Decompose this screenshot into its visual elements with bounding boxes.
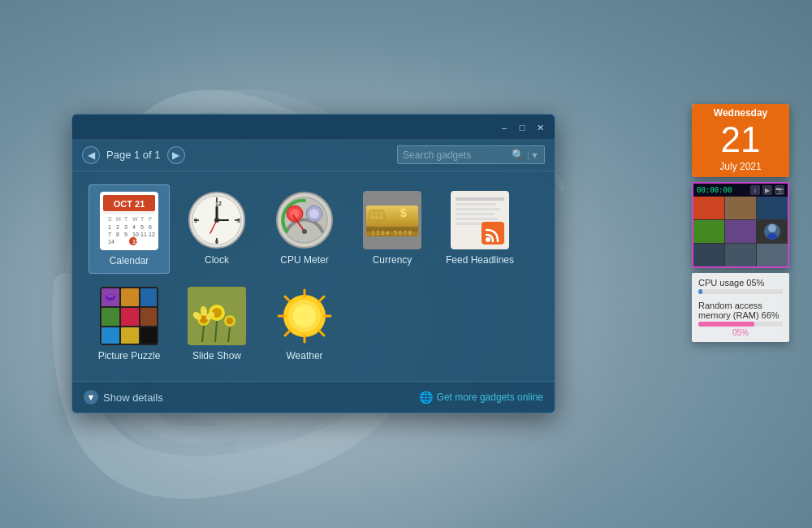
close-button[interactable]: ✕ — [533, 121, 546, 134]
svg-text:F: F — [149, 216, 152, 222]
svg-text:1234 5678: 1234 5678 — [371, 230, 412, 236]
ss-cell-5 — [725, 220, 756, 243]
search-box[interactable]: 🔍 ▼ — [397, 145, 545, 164]
minimize-button[interactable]: – — [498, 121, 511, 134]
svg-rect-62 — [456, 203, 496, 206]
gadget-label-currency: Currency — [373, 254, 412, 266]
window-toolbar: ◀ Page 1 of 1 ▶ 🔍 ▼ — [72, 139, 555, 171]
slideshow-widget[interactable]: 00:00:00 i ▶ 📷 — [692, 182, 789, 268]
svg-point-107 — [768, 224, 776, 232]
svg-rect-76 — [102, 327, 119, 344]
svg-text:4: 4 — [132, 224, 136, 230]
show-details-button[interactable]: ▼ Show details — [84, 390, 163, 405]
svg-rect-63 — [456, 208, 500, 210]
calendar-widget[interactable]: Wednesday 21 July 2021 — [692, 104, 789, 177]
svg-text:6: 6 — [215, 239, 218, 245]
window-footer: ▼ Show details 🌐 Get more gadgets online — [72, 381, 555, 413]
slideshow-controls: 00:00:00 i ▶ 📷 — [693, 184, 788, 197]
slideshow-grid — [693, 197, 788, 266]
svg-rect-64 — [456, 213, 495, 215]
gadget-icon-calendar: OCT 21 S M T W T F 1 2 3 4 5 6 — [100, 192, 158, 250]
show-details-label: Show details — [103, 392, 163, 404]
ram-bar-fill — [698, 322, 754, 327]
next-page-button[interactable]: ▶ — [167, 146, 185, 164]
gadget-icon-cpu-meter — [275, 191, 334, 249]
gadget-label-clock: Clock — [205, 254, 229, 266]
svg-rect-78 — [140, 327, 157, 344]
cpu-bar-fill — [698, 289, 702, 294]
gadget-label-feed-headlines: Feed Headlines — [446, 254, 514, 266]
svg-text:8: 8 — [116, 232, 119, 237]
gadget-label-cpu-meter: CPU Meter — [280, 254, 328, 266]
ss-cell-3 — [757, 197, 788, 219]
slideshow-timer: 00:00:00 — [697, 186, 747, 194]
calendar-day-name: Wednesday — [692, 104, 789, 120]
gadget-item-calendar[interactable]: OCT 21 S M T W T F 1 2 3 4 5 6 — [89, 184, 170, 274]
svg-point-47 — [309, 209, 319, 219]
slideshow-icons: i ▶ 📷 — [750, 185, 784, 195]
svg-rect-75 — [140, 308, 157, 326]
gadget-item-weather[interactable]: Weather — [264, 280, 345, 368]
gadget-item-picture-puzzle[interactable]: Picture Puzzle — [89, 280, 170, 368]
svg-text:T: T — [124, 216, 128, 222]
ss-cell-7 — [693, 244, 724, 266]
svg-line-100 — [319, 331, 324, 335]
svg-text:3: 3 — [124, 224, 127, 230]
svg-rect-65 — [456, 218, 498, 220]
show-details-icon: ▼ — [84, 390, 98, 405]
gadget-item-feed-headlines[interactable]: Feed Headlines — [439, 184, 520, 274]
svg-line-99 — [285, 296, 290, 301]
ss-icon-2[interactable]: ▶ — [762, 185, 772, 195]
calendar-month-year: July 2021 — [692, 161, 789, 177]
ss-cell-2 — [725, 197, 756, 219]
svg-text:12: 12 — [215, 201, 222, 206]
gadget-item-cpu-meter[interactable]: CPU Meter — [264, 184, 345, 274]
svg-text:9: 9 — [124, 232, 127, 237]
svg-point-104 — [293, 305, 316, 327]
cpu-usage-label: CPU usage 05% — [698, 278, 783, 288]
gadgets-grid: OCT 21 S M T W T F 1 2 3 4 5 6 — [72, 171, 555, 381]
search-icon[interactable]: 🔍 — [512, 149, 525, 161]
ram-percentage: 05% — [698, 328, 783, 337]
maximize-button[interactable]: □ — [516, 121, 529, 134]
svg-text:15: 15 — [132, 239, 139, 245]
svg-text:3: 3 — [237, 218, 240, 223]
gadget-label-slide-show: Slide Show — [192, 350, 241, 361]
globe-icon: 🌐 — [419, 391, 433, 404]
ss-cell-4 — [693, 220, 724, 243]
gadget-icon-picture-puzzle — [100, 287, 158, 345]
sidebar-widgets: Wednesday 21 July 2021 00:00:00 i ▶ 📷 — [692, 104, 789, 342]
svg-rect-73 — [102, 308, 119, 326]
ss-cell-8 — [725, 244, 756, 266]
ss-cell-6 — [757, 220, 788, 243]
search-dropdown-arrow[interactable]: ▼ — [528, 150, 539, 160]
svg-text:10: 10 — [132, 232, 139, 237]
cpu-widget: CPU usage 05% Random access memory (RAM)… — [692, 273, 789, 342]
gadget-label-calendar: Calendar — [110, 255, 149, 266]
svg-text:12: 12 — [149, 232, 155, 237]
gadget-icon-weather — [275, 287, 334, 345]
svg-rect-77 — [121, 327, 139, 344]
svg-text:7: 7 — [108, 232, 111, 237]
svg-text:M: M — [116, 216, 121, 222]
gadgets-window: – □ ✕ ◀ Page 1 of 1 ▶ 🔍 ▼ OCT 21 — [71, 114, 555, 413]
svg-text:S: S — [108, 216, 112, 222]
get-more-label: Get more gadgets online — [437, 392, 543, 403]
svg-rect-74 — [121, 308, 139, 326]
prev-page-button[interactable]: ◀ — [82, 146, 100, 164]
svg-text:5: 5 — [140, 224, 144, 230]
gadget-item-clock[interactable]: 12 3 6 9 Clock — [176, 184, 257, 274]
ss-icon-1[interactable]: i — [750, 185, 760, 195]
svg-text:W: W — [132, 216, 138, 222]
svg-text:$: $ — [400, 206, 407, 219]
get-more-gadgets-link[interactable]: 🌐 Get more gadgets online — [419, 391, 543, 404]
gadget-icon-slide-show — [188, 287, 246, 345]
gadget-label-picture-puzzle: Picture Puzzle — [98, 350, 161, 361]
svg-point-68 — [486, 237, 490, 242]
pagination: ◀ Page 1 of 1 ▶ — [82, 146, 185, 164]
gadget-item-currency[interactable]: $ 1234 5678 Currency — [352, 184, 433, 274]
search-input[interactable] — [403, 149, 508, 161]
gadget-icon-feed-headlines — [451, 191, 509, 249]
ss-icon-3[interactable]: 📷 — [775, 185, 784, 195]
gadget-item-slide-show[interactable]: Slide Show — [176, 280, 257, 368]
